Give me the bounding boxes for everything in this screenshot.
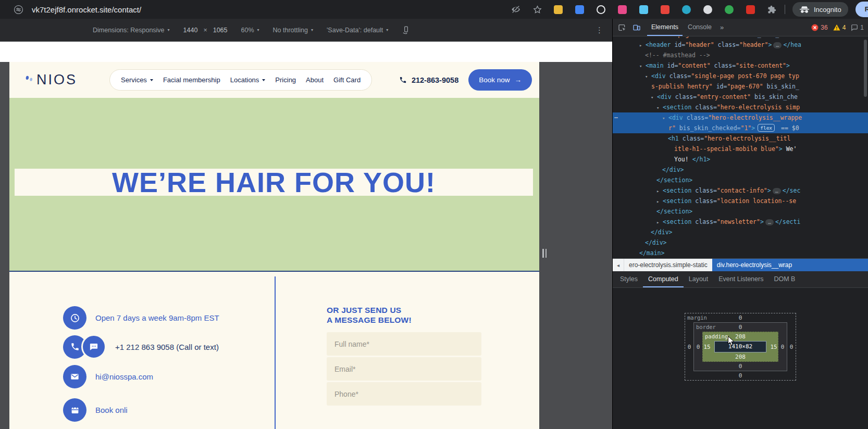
extension-icon-magenta[interactable] bbox=[618, 5, 627, 14]
nav-item-gift-card[interactable]: Gift Card bbox=[333, 76, 361, 84]
inspect-element-icon[interactable] bbox=[618, 23, 626, 32]
header-phone-link[interactable]: 212-863-9058 bbox=[399, 76, 458, 84]
viewport-width-input[interactable]: 1440 bbox=[183, 27, 198, 34]
extension-icon-yellow[interactable] bbox=[554, 5, 563, 14]
extension-icon-pencil[interactable] bbox=[639, 5, 648, 14]
tree-node[interactable]: ▾ <section class="hero-electrolysis simp bbox=[613, 102, 868, 112]
extension-icon-red-flame[interactable] bbox=[661, 5, 669, 14]
tree-node[interactable]: </section> bbox=[613, 175, 868, 185]
extension-icon-blue[interactable] bbox=[575, 5, 584, 14]
email-input[interactable] bbox=[327, 357, 481, 381]
tab-computed[interactable]: Computed bbox=[643, 271, 684, 287]
more-tabs-icon[interactable]: » bbox=[720, 23, 724, 31]
tab-console[interactable]: Console bbox=[684, 19, 716, 36]
viewport-region: Dimensions: Responsive▾ 1440 × 1065 60%▾… bbox=[0, 19, 612, 429]
site-logo[interactable]: NIOS bbox=[24, 72, 77, 88]
scrollbar-thumb[interactable] bbox=[864, 40, 867, 97]
nav-item-services[interactable]: Services bbox=[121, 76, 153, 84]
phone-input[interactable] bbox=[327, 382, 481, 406]
box-model-border-left[interactable]: 0 bbox=[694, 344, 702, 350]
nav-item-facial-membership[interactable]: Facial membership bbox=[163, 76, 220, 84]
site-header: NIOS Services Facial membership Location… bbox=[9, 62, 539, 98]
issues-badge[interactable]: 1 bbox=[851, 24, 864, 31]
box-model-content[interactable]: 1410×82 bbox=[714, 341, 766, 352]
tree-node[interactable]: itle-h1--special-mobile blue"> We' bbox=[613, 144, 868, 154]
contact-phone-text[interactable]: +1 212 863 9058 (Call or text) bbox=[115, 343, 219, 351]
extensions-menu-puzzle-icon[interactable] bbox=[767, 5, 776, 14]
extension-icon-teal[interactable] bbox=[682, 5, 691, 14]
tree-node[interactable]: ▾ <main id="content" class="site-content… bbox=[613, 60, 868, 71]
book-now-button[interactable]: Book now→ bbox=[468, 69, 532, 91]
tab-styles[interactable]: Styles bbox=[615, 271, 643, 287]
contact-booking-link[interactable]: Book onli bbox=[95, 406, 128, 414]
arrow-right-icon: → bbox=[515, 76, 522, 84]
throttling-select[interactable]: No throttling▾ bbox=[273, 27, 313, 34]
tree-node[interactable]: </div> bbox=[613, 165, 868, 175]
tree-node[interactable]: You! </h1> bbox=[613, 154, 868, 165]
address-bar[interactable]: vk7t2ejf8f.onrocket.site/contact/ bbox=[32, 5, 141, 14]
tree-node[interactable]: ▸ <section class="newsletter">…</secti bbox=[613, 217, 868, 227]
box-model-margin-right[interactable]: 0 bbox=[787, 344, 796, 350]
viewport-height-input[interactable]: 1065 bbox=[213, 27, 228, 34]
tree-node[interactable]: </section> bbox=[613, 206, 868, 217]
dimensions-select[interactable]: Dimensions: Responsive▾ bbox=[93, 27, 170, 34]
tree-node[interactable]: ▸ <header id="header" class="header">…</… bbox=[613, 40, 868, 50]
nav-item-about[interactable]: About bbox=[306, 76, 324, 84]
tree-node[interactable]: </div> bbox=[613, 237, 868, 248]
eye-off-icon[interactable] bbox=[511, 4, 521, 15]
tree-node[interactable]: ▾ <div class="entry-content" bis_skin_ch… bbox=[613, 92, 868, 102]
node-menu-icon[interactable]: ⋯ bbox=[614, 112, 618, 123]
tree-node-selected[interactable]: r" bis_skin_checked="1">flex == $0 bbox=[613, 123, 868, 133]
box-model-border-bottom[interactable]: 0 bbox=[739, 363, 742, 370]
tree-node[interactable]: <h1 class="hero-electrolysis__titl bbox=[613, 133, 868, 144]
box-model-padding-right[interactable]: 15 bbox=[770, 344, 778, 350]
console-errors-badge[interactable]: 36 bbox=[811, 24, 827, 31]
tree-node-selected[interactable]: ⋯▾ <div class="hero-electrolysis__wrappe bbox=[613, 112, 868, 123]
box-model-padding-bottom[interactable]: 208 bbox=[735, 354, 746, 360]
tree-node[interactable]: </div> bbox=[613, 227, 868, 237]
tree-node[interactable]: s-publish hentry" id="page-670" bis_skin… bbox=[613, 81, 868, 92]
tab-event-listeners[interactable]: Event Listeners bbox=[713, 271, 768, 287]
extension-icon-compass[interactable] bbox=[703, 5, 712, 14]
relaunch-button[interactable]: Relaun bbox=[855, 2, 868, 17]
viewport-resize-handle[interactable] bbox=[542, 249, 549, 258]
box-model-margin-bottom[interactable]: 0 bbox=[739, 372, 742, 379]
browser-window: vk7t2ejf8f.onrocket.site/contact/ Incogn… bbox=[0, 0, 868, 429]
tree-node[interactable]: ▸ <section class="location location--se bbox=[613, 196, 868, 206]
tab-layout[interactable]: Layout bbox=[684, 271, 714, 287]
extension-icon-colorful[interactable] bbox=[725, 5, 734, 14]
bookmark-star-icon[interactable] bbox=[532, 5, 542, 15]
breadcrumb-item-selected[interactable]: div.hero-electrolysis__wrap bbox=[712, 259, 868, 271]
box-model-margin-left[interactable]: 0 bbox=[685, 344, 693, 350]
tab-elements[interactable]: Elements bbox=[647, 19, 683, 36]
logo-icon bbox=[24, 74, 35, 86]
tree-node[interactable]: ▸ <section class="contact-info">…</sec bbox=[613, 185, 868, 196]
tree-node[interactable]: ▾ <div class="single-page post-670 page … bbox=[613, 71, 868, 81]
crumbs-scroll-left-icon[interactable]: ◂ bbox=[613, 259, 624, 271]
box-model-padding-left[interactable]: 15 bbox=[703, 344, 711, 350]
box-model-margin-top[interactable]: 0 bbox=[739, 314, 742, 321]
tab-dom-breakpoints[interactable]: DOM B bbox=[768, 271, 800, 287]
contact-email-link[interactable]: hi@niosspa.com bbox=[95, 372, 153, 381]
rotate-viewport-icon[interactable] bbox=[402, 26, 411, 34]
tree-node[interactable]: <!-- #masthead --> bbox=[613, 50, 868, 60]
zoom-select[interactable]: 60%▾ bbox=[241, 27, 259, 34]
box-model[interactable]: margin0 0 border0 0 padding208 15 1410×8… bbox=[685, 313, 796, 381]
logo-text: NIOS bbox=[36, 72, 77, 88]
extension-icon-red-shield[interactable] bbox=[746, 5, 755, 14]
chevron-down-icon: ▾ bbox=[257, 28, 259, 32]
tree-node[interactable]: </main> bbox=[613, 248, 868, 258]
box-model-padding-top[interactable]: 208 bbox=[735, 333, 746, 340]
device-toolbar-toggle-icon[interactable] bbox=[633, 23, 641, 32]
full-name-input[interactable] bbox=[327, 332, 481, 356]
nav-item-locations[interactable]: Locations bbox=[230, 76, 266, 84]
save-data-select[interactable]: 'Save-Data': default▾ bbox=[327, 27, 388, 34]
more-options-icon[interactable]: ⋮ bbox=[596, 26, 604, 35]
box-model-border-right[interactable]: 0 bbox=[778, 344, 787, 350]
nav-item-pricing[interactable]: Pricing bbox=[275, 76, 296, 84]
box-model-border-top[interactable]: 0 bbox=[739, 324, 742, 331]
site-info-icon[interactable] bbox=[14, 5, 23, 15]
console-warnings-badge[interactable]: 4 bbox=[833, 24, 846, 31]
breadcrumb-item[interactable]: ero-electrolysis.simple-static bbox=[624, 259, 712, 271]
extension-icon-dark-ring[interactable] bbox=[597, 5, 605, 14]
